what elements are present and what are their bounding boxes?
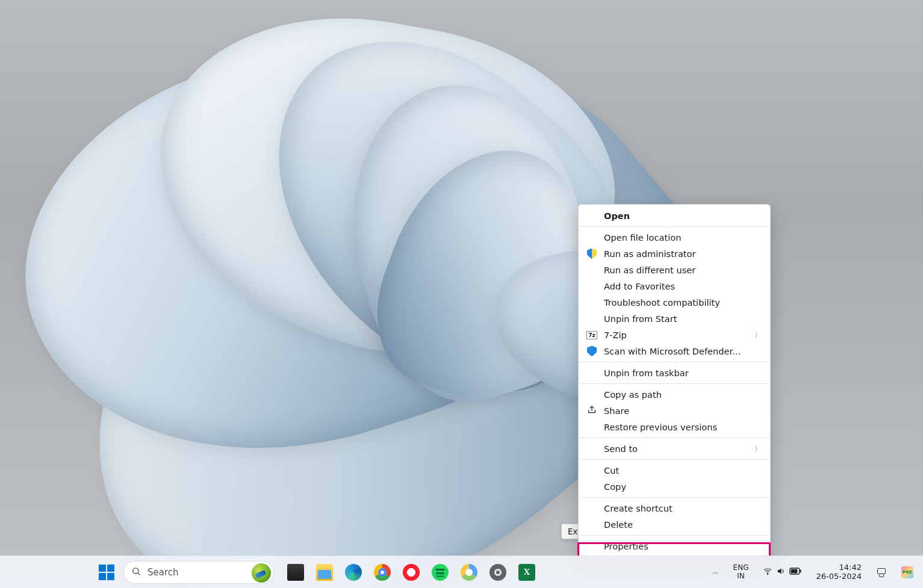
taskbar-app-chrome-canary[interactable]: [456, 559, 482, 586]
svg-point-0: [133, 568, 138, 573]
menu-separator: [579, 535, 769, 536]
taskbar-search[interactable]: Search: [123, 561, 274, 584]
search-placeholder: Search: [148, 567, 179, 578]
menu-separator: [579, 459, 769, 460]
menu-item-restore-previous-versions[interactable]: Restore previous versions: [579, 419, 770, 435]
taskbar-app-settings[interactable]: [485, 559, 511, 586]
menu-item-copy[interactable]: Copy: [579, 478, 770, 495]
time-text: 14:42: [816, 563, 862, 572]
chevron-up-icon: ︿: [712, 568, 719, 577]
wifi-icon: [763, 566, 772, 578]
menu-item-label: Unpin from Start: [604, 314, 762, 324]
taskbar-app-task-view[interactable]: [282, 559, 309, 586]
taskbar-app-spotify[interactable]: [427, 559, 453, 586]
svg-rect-5: [791, 569, 798, 574]
file-explorer-icon: [316, 564, 333, 581]
menu-item-unpin-from-taskbar[interactable]: Unpin from taskbar: [579, 365, 770, 381]
opera-icon: [403, 564, 420, 581]
menu-item-delete[interactable]: Delete: [579, 516, 770, 533]
taskbar: Search ︿ ENG IN: [0, 556, 923, 588]
battery-icon: [789, 568, 801, 577]
menu-item-unpin-from-start[interactable]: Unpin from Start: [579, 311, 770, 327]
chevron-right-icon: 〉: [754, 444, 762, 454]
menu-item-label: Send to: [604, 444, 748, 454]
spotify-icon: [432, 564, 449, 581]
chevron-right-icon: 〉: [754, 330, 762, 340]
menu-item-troubleshoot-compatibility[interactable]: Troubleshoot compatibility: [579, 294, 770, 311]
menu-item-share[interactable]: Share: [579, 403, 770, 419]
menu-item-7-zip[interactable]: 7z7-Zip〉: [579, 327, 770, 343]
menu-item-copy-as-path[interactable]: Copy as path: [579, 386, 770, 403]
menu-item-label: Copy: [604, 481, 762, 492]
system-tray: ︿ ENG IN 14:42: [709, 561, 917, 584]
menu-item-open-file-location[interactable]: Open file location: [579, 229, 770, 246]
desktop[interactable]: Excel OpenOpen file locationRun as admin…: [0, 0, 923, 588]
taskbar-pinned-apps: [282, 559, 540, 586]
taskbar-center: Search: [93, 559, 540, 586]
taskbar-app-chrome[interactable]: [369, 559, 396, 586]
windows-copilot-button[interactable]: [872, 565, 890, 580]
menu-item-label: Delete: [604, 519, 762, 530]
start-button[interactable]: [93, 559, 120, 586]
menu-item-scan-with-microsoft-defender[interactable]: Scan with Microsoft Defender...: [579, 343, 770, 359]
preview-build-badge[interactable]: PRE: [898, 564, 917, 581]
edge-icon: [345, 564, 362, 581]
copilot-icon: [876, 567, 887, 578]
share-icon: [587, 405, 597, 416]
menu-item-open[interactable]: Open: [579, 208, 770, 224]
menu-item-send-to[interactable]: Send to〉: [579, 441, 770, 457]
menu-item-label: 7-Zip: [604, 330, 748, 340]
menu-item-label: Copy as path: [604, 389, 762, 400]
menu-item-label: Run as different user: [604, 265, 762, 275]
shield-icon: [587, 249, 597, 259]
windows-logo-icon: [99, 565, 114, 580]
defender-shield-icon: [587, 346, 597, 357]
menu-item-label: Cut: [604, 465, 762, 475]
menu-separator: [579, 383, 769, 384]
lang-bottom: IN: [733, 572, 749, 580]
sevenzip-icon: 7z: [586, 331, 597, 339]
language-indicator[interactable]: ENG IN: [730, 562, 753, 582]
taskbar-app-excel[interactable]: [514, 559, 540, 586]
menu-item-label: Share: [604, 406, 762, 416]
settings-icon: [489, 564, 506, 581]
date-text: 26-05-2024: [816, 572, 862, 581]
menu-separator: [579, 226, 769, 227]
menu-item-cut[interactable]: Cut: [579, 462, 770, 478]
volume-icon: [776, 566, 786, 578]
svg-line-1: [138, 572, 140, 574]
menu-item-run-as-administrator[interactable]: Run as administrator: [579, 246, 770, 262]
menu-item-label: Troubleshoot compatibility: [604, 297, 762, 308]
menu-separator: [579, 497, 769, 498]
context-menu: OpenOpen file locationRun as administrat…: [578, 204, 771, 558]
menu-item-run-as-different-user[interactable]: Run as different user: [579, 262, 770, 278]
menu-item-label: Add to Favorites: [604, 281, 762, 291]
menu-item-label: Restore previous versions: [604, 422, 762, 432]
taskbar-app-opera[interactable]: [398, 559, 424, 586]
menu-item-label: Scan with Microsoft Defender...: [604, 346, 762, 356]
menu-item-label: Run as administrator: [604, 249, 762, 259]
chrome-icon: [374, 564, 391, 581]
menu-item-properties[interactable]: Properties: [579, 538, 770, 554]
menu-item-label: Create shortcut: [604, 503, 762, 513]
taskbar-app-edge[interactable]: [340, 559, 367, 586]
lang-top: ENG: [733, 564, 749, 572]
menu-separator: [579, 438, 769, 438]
excel-icon: [518, 564, 535, 581]
menu-item-label: Open file location: [604, 232, 762, 243]
menu-item-add-to-favorites[interactable]: Add to Favorites: [579, 278, 770, 294]
search-highlight-icon: [252, 563, 271, 583]
clock[interactable]: 14:42 26-05-2024: [812, 561, 865, 584]
taskbar-app-file-explorer[interactable]: [311, 559, 338, 586]
menu-item-label: Unpin from taskbar: [604, 368, 762, 378]
menu-item-create-shortcut[interactable]: Create shortcut: [579, 500, 770, 516]
chrome-canary-icon: [461, 564, 477, 581]
wallpaper-bloom: [0, 0, 923, 588]
pre-icon: PRE: [901, 566, 913, 578]
search-icon: [131, 566, 141, 578]
menu-item-label: Properties: [604, 541, 762, 551]
quick-settings[interactable]: [759, 564, 805, 580]
menu-separator: [579, 362, 769, 362]
tray-overflow-button[interactable]: ︿: [709, 565, 723, 579]
menu-item-label: Open: [604, 211, 762, 221]
